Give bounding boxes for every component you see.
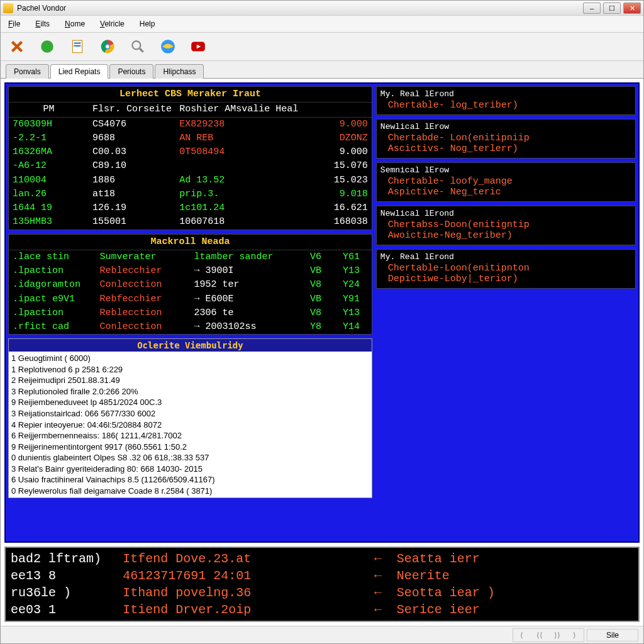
bottom-row: bad2 lftram)Itfend Dove.23.at←Seatta ier… xyxy=(11,550,633,567)
bottom-row: ee03 1Itiend Drver.2oip←Serice ieer xyxy=(11,601,633,618)
log-line: 0 dunientis glabeintert Olpes S8 .32 06 … xyxy=(11,452,369,464)
table-row[interactable]: 1644 19126.191c101.2416.621 xyxy=(9,201,372,215)
log-line: 0 Reylewerolus fiall deigamaive Coade 8 … xyxy=(11,486,369,497)
side-panel[interactable]: My. Real lErondChertable- log_teriber) xyxy=(376,86,636,115)
log-line: 3 Replutionoled firalle 2.0:266 20% xyxy=(11,386,369,397)
tab-periouts[interactable]: Periouts xyxy=(109,64,153,79)
data-table-1: Lerhect CBS Meraker Iraut PM Flsr. Corse… xyxy=(8,86,372,230)
close-button[interactable]: ✕ xyxy=(623,3,641,14)
table-row[interactable]: .idagoramtonConlecction 1952 terV8Y24 xyxy=(9,278,372,292)
side-panel-title: Newlical lErow xyxy=(380,121,631,133)
status-site[interactable]: Sile xyxy=(587,629,638,641)
svg-rect-2 xyxy=(74,43,81,44)
svg-line-8 xyxy=(140,48,143,52)
table-row[interactable]: 1100041886Ad 13.5215.023 xyxy=(9,174,372,187)
log-line: 3 Relat's Bainr gyeriteiderading 80: 668… xyxy=(11,464,369,475)
nav-first-icon[interactable]: ⟨ xyxy=(513,631,531,640)
nav-buttons: ⟨ ⟨⟨ ⟩⟩ ⟩ xyxy=(513,628,584,642)
side-panels: My. Real lErondChertable- log_teriber)Ne… xyxy=(376,86,636,539)
log-line: 1 Geuogtimint ( 6000) xyxy=(11,353,369,364)
side-panel[interactable]: Newlical lErowChertabde- Lon(enitipniipA… xyxy=(376,119,636,158)
side-panel-title: My. Real lErond xyxy=(380,88,631,100)
menu-velricle[interactable]: Velricle xyxy=(97,18,127,30)
bottom-row: ee13 846123717691 24:01←Neerite xyxy=(11,567,633,584)
log-line: 3 Reijationstairlcad: 066 5677/330 6002 xyxy=(11,408,369,419)
side-panel[interactable]: Newlical lErondChertabss-Doon(enitigntip… xyxy=(376,206,636,245)
side-panel[interactable]: My. Real lErondChertable-Loon(enitipnton… xyxy=(376,249,636,289)
main-area: Lerhect CBS Meraker Iraut PM Flsr. Corse… xyxy=(1,79,643,626)
side-panel-title: Newlical lErond xyxy=(380,208,631,219)
log-body[interactable]: 1 Geuogtimint ( 6000)1 Replotivenod 6 p … xyxy=(9,352,372,497)
svg-point-7 xyxy=(132,41,140,49)
table-row[interactable]: .lpactionReblecchier→ 3900IVBY13 xyxy=(9,264,372,278)
side-panel-line: Depictiwe-Loby|_terior) xyxy=(380,274,631,284)
table-row[interactable]: -A6-12C89.1015.076 xyxy=(9,159,372,173)
log-line: 9 Reijiembeneduveet lp 4851/2024 00C.3 xyxy=(11,397,369,408)
nav-next-icon[interactable]: ⟩⟩ xyxy=(548,631,566,640)
side-panel-line: Aspictive- Neg_teric xyxy=(380,187,631,197)
side-panel[interactable]: Semnical lErowChertable- loofy_mangeAspi… xyxy=(376,162,636,202)
minimize-button[interactable]: – xyxy=(583,3,601,14)
nav-prev-icon[interactable]: ⟨⟨ xyxy=(531,631,548,640)
chrome-icon[interactable] xyxy=(97,36,118,57)
side-panel-title: My. Real lErond xyxy=(380,251,631,263)
svg-point-0 xyxy=(41,40,53,53)
side-panel-line: Chertable- loofy_mange xyxy=(380,176,631,187)
tabbar: Ponvals Lied Repiats Periouts Hlipchass xyxy=(1,61,643,79)
table-row[interactable]: .lace stinSumveraterltamber sanderV6Y61 xyxy=(9,250,372,264)
log-line: 6 Reijjermbernenneaiss: 186( 1211,4/281.… xyxy=(11,430,369,441)
status-icon[interactable] xyxy=(37,36,57,57)
tab-hlipchass[interactable]: Hlipchass xyxy=(155,64,204,79)
table2-title: Mackroll Neada xyxy=(9,235,372,250)
titlebar[interactable]: Pachel Vondor – ☐ ✕ xyxy=(1,1,643,16)
menu-nome[interactable]: Nome xyxy=(62,18,87,30)
cancel-icon[interactable] xyxy=(7,36,27,57)
side-panel-line: Ascictivs- Nog_terlerr) xyxy=(380,143,631,154)
menu-file[interactable]: File xyxy=(6,18,23,30)
log-line: 9 Reijjerinementintorgent 9917 (860.5561… xyxy=(11,441,369,453)
table1-header: PM Flsr. Corseite Roshier AMsvalie Heal … xyxy=(9,103,372,117)
side-panel-line: Chertable-Loon(enitipnton xyxy=(380,263,631,274)
log-line: 6 Usaio fractihineral Vainachips 8.5 (11… xyxy=(11,474,369,486)
search-icon[interactable] xyxy=(128,36,148,57)
blue-panel: Lerhect CBS Meraker Iraut PM Flsr. Corse… xyxy=(4,82,640,543)
side-panel-line: Awoictine-Neg_teriber) xyxy=(380,230,631,241)
table-row[interactable]: -2.2-19688AN REBDZONZ xyxy=(9,131,372,145)
main-window: Pachel Vondor – ☐ ✕ File Eilts Nome Velr… xyxy=(0,0,644,644)
browser-icon[interactable] xyxy=(158,36,178,57)
document-icon[interactable] xyxy=(67,36,87,57)
bottom-terminal: bad2 lftram)Itfend Dove.23.at←Seatta ier… xyxy=(4,547,640,622)
side-panel-line: Chertable- log_teriber) xyxy=(380,100,631,111)
table-row[interactable]: 135HMB315500110607618168038 xyxy=(9,215,372,229)
table-row[interactable]: 760309HCS4076EX8292389.000 xyxy=(9,118,372,131)
menu-elits[interactable]: Eilts xyxy=(33,18,52,30)
side-panel-line: Chertabss-Doon(enitigntip xyxy=(380,219,631,230)
tab-lied-repiats[interactable]: Lied Repiats xyxy=(50,64,109,79)
table1-title: Lerhect CBS Meraker Iraut xyxy=(9,87,372,103)
maximize-button[interactable]: ☐ xyxy=(603,3,621,14)
side-panel-title: Semnical lErow xyxy=(380,164,631,176)
menubar: File Eilts Nome Velricle Help xyxy=(1,16,643,33)
table-row[interactable]: lan.26at18prip.3.9.018 xyxy=(9,187,372,201)
menu-help[interactable]: Help xyxy=(137,18,158,30)
table-row[interactable]: 16326MAC00.030T5084949.000 xyxy=(9,145,372,159)
bottom-row: ru36le )Ithand povelng.36←Seotta iear ) xyxy=(11,584,633,601)
side-panel-line: Chertabde- Lon(enitipniip xyxy=(380,133,631,143)
log-line: 4 Repier inteoyerue: 04:46l:5/20884 8072 xyxy=(11,419,369,431)
log-title: Oclerite Viembulridy xyxy=(9,339,372,352)
table-row[interactable]: .ipact e9V1Rebfecchier→ E600EVBY91 xyxy=(9,292,372,306)
log-panel: Oclerite Viembulridy 1 Geuogtimint ( 600… xyxy=(8,338,372,498)
log-line: 1 Replotivenod 6 p 2581 6:229 xyxy=(11,364,369,375)
data-table-2: Mackroll Neada .lace stinSumveraterltamb… xyxy=(8,234,372,335)
svg-rect-3 xyxy=(74,45,81,47)
tab-ponvals[interactable]: Ponvals xyxy=(6,64,49,79)
window-title: Pachel Vondor xyxy=(17,4,583,13)
app-icon xyxy=(3,3,13,13)
nav-last-icon[interactable]: ⟩ xyxy=(566,631,584,640)
statusbar: ⟨ ⟨⟨ ⟩⟩ ⟩ Sile xyxy=(1,626,643,643)
youtube-icon[interactable] xyxy=(188,36,208,57)
toolbar xyxy=(1,33,643,61)
table-row[interactable]: .rfict cadConlecction→ 2003102ssY8Y14 xyxy=(9,320,372,334)
table-row[interactable]: .lpactionReblecction 2306 teV8Y13 xyxy=(9,306,372,320)
svg-point-6 xyxy=(106,45,109,48)
